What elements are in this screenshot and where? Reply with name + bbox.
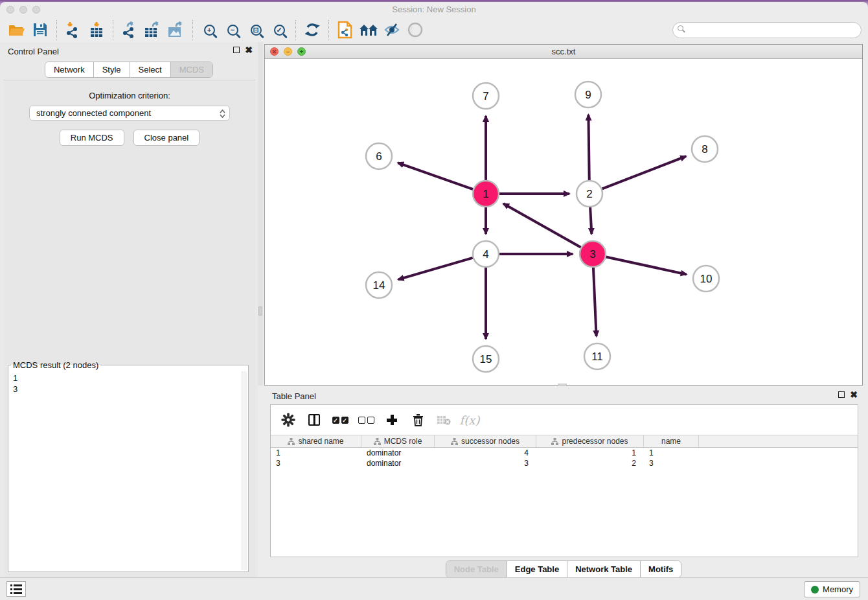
delete-column-button[interactable]	[409, 411, 426, 428]
column-header-MCDS-role[interactable]: MCDS role	[361, 435, 435, 447]
node-7[interactable]: 7	[473, 83, 499, 109]
node-10[interactable]: 10	[693, 266, 719, 292]
tab-mcds[interactable]: MCDS	[171, 62, 212, 77]
maximize-window-icon[interactable]	[32, 6, 40, 14]
table-cell[interactable]: 4	[435, 448, 536, 458]
table-row[interactable]: 1dominator411	[271, 448, 858, 458]
tab-select[interactable]: Select	[130, 62, 171, 77]
zoom-out-button[interactable]: −	[221, 19, 244, 40]
table-cell[interactable]: 3	[271, 458, 361, 468]
hierarchy-icon	[451, 438, 458, 445]
save-floppy-icon	[33, 23, 47, 37]
window-controls[interactable]	[6, 6, 40, 14]
edge-4-14[interactable]	[398, 258, 473, 279]
open-session-button[interactable]	[5, 19, 29, 40]
deselect-all-columns-button[interactable]	[358, 411, 374, 428]
panel-splitter[interactable]	[258, 42, 263, 386]
node-2[interactable]: 2	[577, 181, 602, 207]
tab-node-table[interactable]: Node Table	[446, 561, 507, 577]
tab-network[interactable]: Network	[45, 62, 94, 77]
close-panel-button[interactable]: Close panel	[133, 130, 200, 146]
optimization-criterion-label: Optimization criterion:	[4, 91, 255, 100]
close-table-panel-icon[interactable]: ✖	[850, 389, 858, 400]
tab-network-table[interactable]: Network Table	[567, 561, 641, 577]
refresh-view-button[interactable]	[301, 19, 324, 40]
node-6[interactable]: 6	[366, 143, 392, 169]
table-row[interactable]: 3dominator323	[271, 458, 858, 468]
table-cell[interactable]: 1	[271, 448, 361, 458]
add-column-button[interactable]	[383, 411, 400, 428]
table-cell[interactable]: 3	[435, 458, 536, 468]
edge-2-9[interactable]	[588, 115, 589, 180]
delete-table-button[interactable]	[435, 411, 452, 428]
node-8[interactable]: 8	[692, 136, 718, 162]
node-14[interactable]: 14	[366, 272, 392, 298]
create-network-from-selection-button[interactable]	[334, 19, 357, 40]
search-input[interactable]	[672, 22, 862, 38]
tab-edge-table[interactable]: Edge Table	[507, 561, 567, 577]
network-window-titlebar[interactable]: ✕ − + scc.txt	[265, 45, 862, 59]
edge-2-3[interactable]	[590, 207, 591, 234]
birds-eye-view-button[interactable]	[404, 19, 427, 40]
zoom-fit-button[interactable]: ⊡	[244, 19, 268, 40]
close-network-icon[interactable]: ✕	[270, 47, 279, 56]
table-cell[interactable]: 1	[644, 448, 699, 458]
edge-2-8[interactable]	[602, 156, 687, 189]
task-history-button[interactable]	[6, 581, 26, 597]
first-neighbors-button[interactable]	[357, 19, 380, 40]
table-cell[interactable]: 2	[536, 458, 644, 468]
zoom-selected-button[interactable]: ✓	[268, 19, 291, 40]
table-cell[interactable]: dominator	[361, 448, 435, 458]
save-session-button[interactable]	[29, 19, 52, 40]
import-network-button[interactable]	[62, 19, 85, 40]
export-network-button[interactable]	[118, 19, 141, 40]
edge-1-6[interactable]	[398, 163, 473, 189]
splitter-grip[interactable]	[258, 306, 262, 316]
run-mcds-button[interactable]: Run MCDS	[60, 130, 124, 146]
node-9[interactable]: 9	[575, 82, 601, 108]
node-4[interactable]: 4	[473, 241, 499, 267]
edge-3-11[interactable]	[593, 268, 597, 336]
network-canvas[interactable]: 7968124314101511	[265, 59, 862, 385]
result-scrollbar[interactable]	[242, 371, 247, 570]
close-window-icon[interactable]	[6, 6, 14, 14]
memory-button[interactable]: Memory	[804, 581, 860, 597]
export-table-button[interactable]	[141, 19, 165, 40]
export-image-button[interactable]	[165, 19, 188, 40]
table-cell[interactable]: 1	[536, 448, 644, 458]
minimize-window-icon[interactable]	[19, 6, 27, 14]
float-table-panel-icon[interactable]	[838, 391, 845, 398]
column-header-name[interactable]: name	[644, 435, 699, 447]
select-all-columns-button[interactable]: ✓✓	[332, 411, 348, 428]
float-panel-icon[interactable]	[233, 47, 240, 53]
column-header-successor-nodes[interactable]: successor nodes	[435, 435, 536, 447]
show-hide-details-button[interactable]	[380, 19, 404, 40]
node-15[interactable]: 15	[473, 346, 499, 372]
node-11[interactable]: 11	[584, 343, 610, 369]
split-panel-button[interactable]	[306, 411, 323, 428]
maximize-network-icon[interactable]: +	[297, 47, 306, 56]
column-header-shared-name[interactable]: shared name	[271, 435, 361, 447]
node-3[interactable]: 3	[580, 241, 606, 267]
criterion-select[interactable]: strongly connected component	[29, 106, 230, 121]
toolbar-separator	[113, 20, 113, 40]
table-cell[interactable]: dominator	[361, 458, 435, 468]
import-table-button[interactable]	[85, 19, 108, 40]
zoom-in-button[interactable]: +	[198, 19, 221, 40]
column-header-predecessor-nodes[interactable]: predecessor nodes	[536, 435, 644, 447]
close-panel-icon[interactable]: ✖	[245, 45, 253, 55]
table-cell[interactable]: 3	[644, 458, 699, 468]
edge-3-1[interactable]	[503, 203, 581, 247]
export-image-icon	[167, 21, 185, 38]
function-builder-button[interactable]: f(x)	[461, 411, 478, 428]
network-resize-grip[interactable]	[558, 384, 567, 386]
tab-motifs[interactable]: Motifs	[641, 561, 681, 577]
edge-3-10[interactable]	[606, 257, 687, 274]
minimize-network-icon[interactable]: −	[284, 47, 292, 56]
table-tabs: Node TableEdge TableNetwork TableMotifs	[446, 560, 682, 578]
refresh-icon	[304, 22, 320, 38]
settings-gear-button[interactable]	[280, 411, 297, 428]
tab-style[interactable]: Style	[94, 62, 130, 77]
main-toolbar: + − ⊡ ✓	[0, 17, 868, 42]
node-1[interactable]: 1	[473, 181, 499, 207]
